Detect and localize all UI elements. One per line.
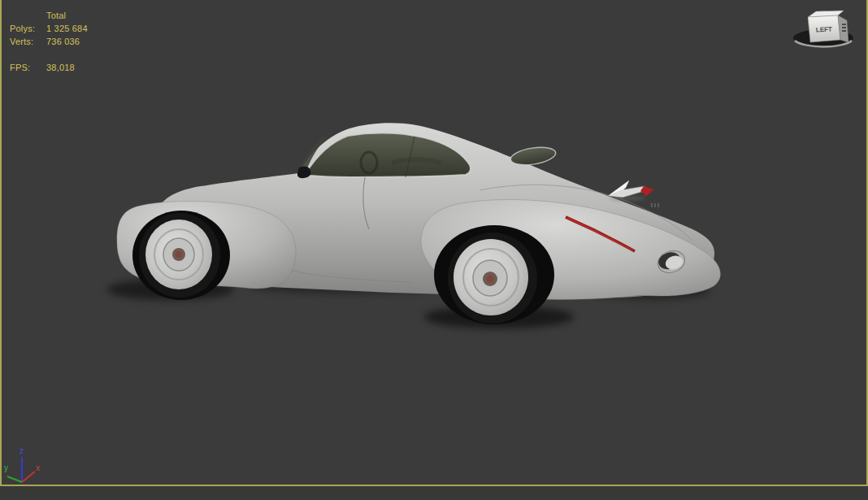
x-axis-line	[22, 472, 35, 482]
fps-value: 38,018	[46, 63, 75, 72]
status-strip-below-viewport	[0, 486, 868, 500]
max-application-window: LEFT z x y Total Polys:1 325 684 Verts:7…	[0, 0, 868, 500]
polys-label: Polys:	[10, 22, 46, 35]
stats-verts-row: Verts:736 036	[10, 35, 88, 48]
3d-viewport-left-view[interactable]: LEFT z x y Total Polys:1 325 684 Verts:7…	[0, 0, 868, 486]
oval-quarter-window	[510, 145, 557, 168]
viewcube-right-face-text	[842, 24, 846, 32]
fps-label: FPS:	[10, 61, 46, 74]
verts-value: 736 036	[46, 37, 80, 46]
viewport-statistics: Total Polys:1 325 684 Verts:736 036 FPS:…	[10, 9, 88, 74]
stats-total-header: Total	[46, 9, 88, 22]
polys-value: 1 325 684	[46, 24, 88, 33]
stats-fps-row: FPS:38,018	[10, 61, 88, 74]
verts-label: Verts:	[10, 35, 46, 48]
rear-wheel	[448, 233, 537, 324]
side-mirror	[297, 167, 310, 178]
front-wheel	[139, 213, 220, 298]
y-axis-line	[7, 476, 22, 482]
stats-polys-row: Polys:1 325 684	[10, 22, 88, 35]
world-axis-gizmo: z x y	[4, 446, 40, 482]
viewcube[interactable]: LEFT	[793, 11, 853, 47]
viewcube-face-label: LEFT	[816, 25, 833, 33]
scene-canvas[interactable]: LEFT z x y	[2, 0, 866, 485]
z-axis-label: z	[20, 446, 24, 455]
x-axis-label: x	[36, 463, 40, 472]
trunk-badge	[651, 203, 659, 207]
y-axis-label: y	[4, 463, 8, 472]
